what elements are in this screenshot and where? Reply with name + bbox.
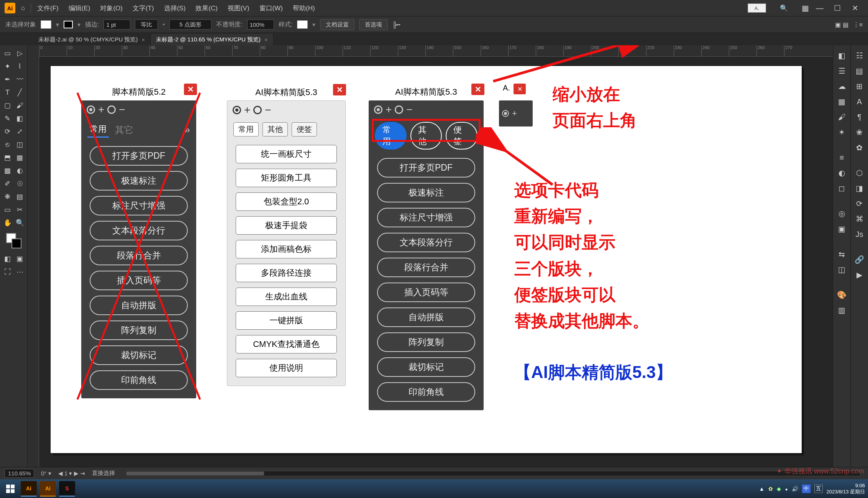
brush-tool[interactable]: 🖌 — [14, 100, 26, 111]
tab-notes[interactable]: 便签 — [292, 122, 317, 136]
curvature-tool[interactable]: 〰 — [14, 74, 26, 85]
free-transform-tool[interactable]: ◫ — [14, 139, 26, 150]
preferences-button[interactable]: 首选项 — [359, 19, 388, 30]
menu-view[interactable]: 视图(V) — [224, 2, 253, 14]
swatches-icon[interactable]: ▦ — [835, 95, 848, 108]
minimize-button[interactable]: — — [811, 3, 828, 13]
line-tool[interactable]: ╱ — [14, 87, 26, 98]
taskbar-app-ai[interactable]: Ai — [40, 481, 56, 496]
close-button[interactable]: ✕ — [847, 3, 863, 13]
layers-icon[interactable]: ☰ — [835, 64, 848, 77]
close-panel-button[interactable]: ✕ — [184, 84, 197, 95]
scrollbar-h[interactable] — [125, 471, 860, 476]
script-button[interactable]: 生成出血线 — [236, 288, 337, 306]
radio-off-icon[interactable] — [253, 106, 262, 114]
menu-help[interactable]: 帮助(H) — [289, 2, 319, 14]
menu-file[interactable]: 文件(F) — [33, 2, 62, 14]
libraries-icon[interactable]: ☁ — [835, 80, 848, 93]
horizontal-ruler[interactable]: 0102030405060708090100110120130140150160… — [39, 45, 833, 57]
taskbar-clock[interactable]: 9:06 2023/8/13 星期日 — [827, 483, 865, 495]
script-button[interactable]: 自动拼版 — [90, 296, 188, 315]
system-tray[interactable]: ▲ ✿ ◆ ⬥ 🔊 中 五 9:06 2023/8/13 星期日 — [759, 483, 865, 495]
panel-icon[interactable]: ✿ — [853, 141, 866, 154]
radio-on-icon[interactable] — [233, 106, 241, 114]
tab-notes[interactable]: 便签 — [446, 122, 477, 150]
close-tab-icon[interactable]: × — [141, 36, 145, 43]
panel-icon[interactable]: ⌘ — [853, 212, 866, 225]
canvas[interactable]: 0102030405060708090100110120130140150160… — [28, 45, 833, 467]
document-setup-button[interactable]: 文档设置 — [320, 19, 354, 30]
vertical-ruler[interactable] — [28, 57, 39, 467]
eraser-tool[interactable]: ◧ — [14, 113, 26, 124]
scale-mode[interactable]: 等比 — [135, 20, 158, 30]
tab-other[interactable]: 其它 — [113, 122, 136, 138]
search-icon[interactable]: 🔍 — [780, 4, 788, 12]
radio-off-icon[interactable] — [395, 105, 403, 114]
panel-icon[interactable]: ☷ — [853, 49, 866, 62]
script-button[interactable]: 段落行合并 — [377, 258, 475, 277]
type-tool[interactable]: T — [2, 87, 13, 98]
panel-icon[interactable]: ⬡ — [853, 166, 866, 179]
script-button[interactable]: 添加画稿色标 — [236, 240, 337, 258]
edit-toolbar-icon[interactable]: ⋯ — [14, 266, 26, 278]
menu-effect[interactable]: 效果(C) — [192, 2, 222, 14]
script-button[interactable]: 阵列复制 — [90, 320, 188, 340]
mini-panel-docked[interactable]: A. — [748, 3, 766, 13]
script-button[interactable]: 一键拼版 — [236, 311, 337, 330]
properties-icon[interactable]: ◧ — [835, 49, 848, 62]
opacity-input[interactable] — [247, 20, 274, 30]
zoom-level[interactable]: 110.65% — [5, 469, 34, 478]
radio-off-icon[interactable] — [107, 105, 116, 114]
tab-common[interactable]: 常用 — [87, 122, 109, 138]
script-button[interactable]: 极速标注 — [377, 183, 475, 202]
perspective-tool[interactable]: ▦ — [14, 152, 26, 163]
document-tab[interactable]: 未标题-2.ai @ 50 % (CMYK/CPU 预览)× — [33, 34, 151, 45]
script-button[interactable]: 包装盒型2.0 — [236, 192, 337, 211]
script-button[interactable]: CMYK查找潘通色 — [236, 335, 337, 353]
artboard-nav[interactable]: ◀ 1 ▾ ▶ ⇥ — [58, 470, 85, 477]
graph-tool[interactable]: ▤ — [14, 191, 26, 202]
panel-icon[interactable]: Js — [853, 228, 866, 241]
shape-builder-tool[interactable]: ⬒ — [2, 152, 13, 163]
mini-close-button[interactable]: ✕ — [514, 84, 526, 94]
script-button[interactable]: 统一画板尺寸 — [236, 145, 337, 163]
script-button[interactable]: 标注尺寸增强 — [90, 196, 188, 215]
zoom-tool[interactable]: 🔍 — [14, 217, 26, 228]
draw-mode-icon[interactable]: ▣ — [14, 253, 26, 265]
close-panel-button[interactable]: ✕ — [333, 84, 346, 95]
document-tab[interactable]: 未标题-2 @ 110.65 % (CMYK/CPU 预览)× — [151, 34, 274, 45]
color-mode-icon[interactable]: ◧ — [2, 253, 13, 265]
script-button[interactable]: 矩形圆角工具 — [236, 169, 337, 187]
script-button[interactable]: 自动拼版 — [377, 307, 475, 327]
panel-icon[interactable]: ▶ — [853, 268, 866, 281]
transparency-icon[interactable]: ◻ — [835, 182, 848, 195]
color-icon[interactable]: 🎨 — [835, 288, 848, 301]
panel-icon[interactable]: ⟳ — [853, 197, 866, 210]
tab-common[interactable]: 常用 — [233, 122, 259, 136]
color-guide-icon[interactable]: ▥ — [835, 304, 848, 317]
artboard-tool[interactable]: ▭ — [2, 204, 13, 215]
panel-icon[interactable]: ❀ — [853, 126, 866, 139]
ime-icon[interactable]: 中 — [802, 485, 811, 493]
script-button[interactable]: 印前角线 — [377, 382, 475, 402]
scale-tool[interactable]: ⤢ — [14, 126, 26, 137]
gradient-panel-icon[interactable]: ◐ — [835, 166, 848, 179]
script-button[interactable]: 打开多页PDF — [377, 158, 475, 178]
menu-edit[interactable]: 编辑(E) — [65, 2, 94, 14]
align-icon[interactable]: ╠╍ — [392, 21, 400, 28]
rotate-tool[interactable]: ⟳ — [2, 126, 13, 137]
rotate-view-icon[interactable]: 0° ▾ — [41, 470, 51, 477]
gradient-tool[interactable]: ◐ — [14, 165, 26, 176]
menu-window[interactable]: 窗口(W) — [256, 2, 287, 14]
radio-on-icon[interactable] — [87, 105, 95, 114]
maximize-button[interactable]: ☐ — [829, 3, 846, 13]
panel-icon[interactable]: ¶ — [853, 110, 866, 123]
home-icon[interactable]: ⌂ — [18, 3, 28, 13]
start-button[interactable] — [3, 482, 18, 496]
menu-type[interactable]: 文字(T) — [129, 2, 158, 14]
volume-icon[interactable]: 🔊 — [792, 486, 798, 492]
script-button[interactable]: 段落行合并 — [90, 246, 188, 265]
width-tool[interactable]: ⎋ — [2, 139, 13, 150]
menu-select[interactable]: 选择(S) — [160, 2, 190, 14]
stroke-weight-input[interactable] — [103, 20, 130, 30]
